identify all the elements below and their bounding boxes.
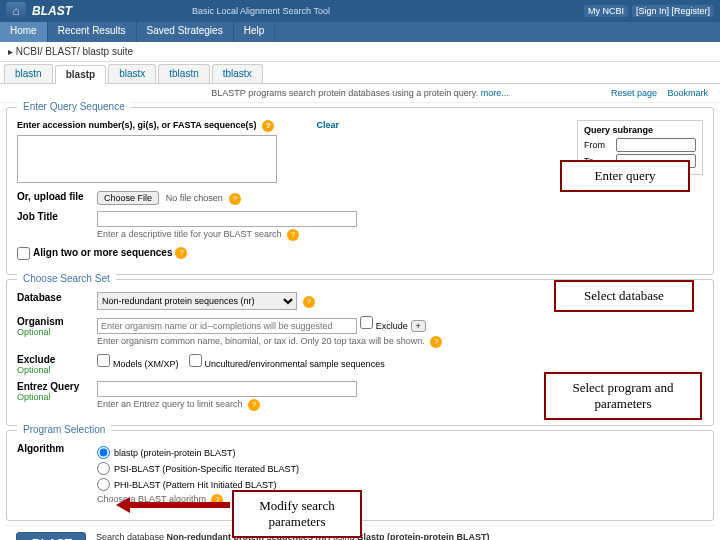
breadcrumb: ▸ NCBI/ BLAST/ blastp suite [0, 42, 720, 62]
database-label: Database [17, 292, 97, 303]
algo-phiblast-label: PHI-BLAST (Pattern Hit Initiated BLAST) [114, 480, 276, 490]
algo-phiblast-radio[interactable] [97, 478, 110, 491]
entrez-query-input[interactable] [97, 381, 357, 397]
tab-tblastn[interactable]: tblastn [158, 64, 209, 83]
from-label: From [584, 140, 616, 150]
subrange-from-input[interactable] [616, 138, 696, 152]
info-more-link[interactable]: more... [481, 88, 509, 98]
algo-psiblast-radio[interactable] [97, 462, 110, 475]
help-icon[interactable]: ? [287, 229, 299, 241]
arrow-icon [130, 502, 230, 508]
help-icon[interactable]: ? [175, 247, 187, 259]
exclude-uncultured-checkbox[interactable] [189, 354, 202, 367]
app-title: BLAST [32, 4, 72, 18]
jobtitle-hint: Enter a descriptive title for your BLAST… [97, 229, 281, 239]
exclude-models-checkbox[interactable] [97, 354, 110, 367]
organism-input[interactable] [97, 318, 357, 334]
algo-blastp-label: blastp (protein-protein BLAST) [114, 448, 236, 458]
help-icon[interactable]: ? [303, 296, 315, 308]
algo-blastp-radio[interactable] [97, 446, 110, 459]
section-title-searchset: Choose Search Set [17, 273, 116, 284]
header-account-links: My NCBI [Sign In] [Register] [584, 5, 714, 17]
help-icon[interactable]: ? [262, 120, 274, 132]
section-title-program: Program Selection [17, 424, 111, 435]
tab-tblastx[interactable]: tblastx [212, 64, 263, 83]
clear-query-link[interactable]: Clear [317, 120, 340, 130]
exclude-uncultured-label: Uncultured/environmental sample sequence… [205, 359, 385, 369]
breadcrumb-text: NCBI/ BLAST/ blastp suite [16, 46, 133, 57]
organism-hint: Enter organism common name, binomial, or… [97, 336, 425, 346]
organism-exclude-checkbox[interactable] [360, 316, 373, 329]
info-text: BLASTP programs search protein databases… [211, 88, 480, 98]
nav-home[interactable]: Home [0, 22, 48, 42]
app-header: ⌂ BLAST Basic Local Alignment Search Too… [0, 0, 720, 22]
align-two-label: Align two or more sequences [33, 247, 172, 258]
exclude-models-label: Models (XM/XP) [113, 359, 179, 369]
help-icon[interactable]: ? [248, 399, 260, 411]
blast-button[interactable]: BLAST [16, 532, 86, 540]
jobtitle-label: Job Title [17, 211, 97, 222]
entrez-query-label: Entrez Query [17, 381, 79, 392]
query-sequence-textarea[interactable] [17, 135, 277, 183]
nav-saved-strategies[interactable]: Saved Strategies [137, 22, 234, 42]
accession-label: Enter accession number(s), gi(s), or FAS… [17, 120, 257, 130]
choose-file-button[interactable]: Choose File [97, 191, 159, 205]
upload-label: Or, upload file [17, 191, 97, 202]
section-title-query: Enter Query Sequence [17, 101, 131, 112]
signin-register-link[interactable]: [Sign In] [Register] [632, 5, 714, 17]
exclude-label-row: Exclude [17, 354, 55, 365]
tab-blastn[interactable]: blastn [4, 64, 53, 83]
exclude-label: Exclude [376, 321, 408, 331]
subrange-title: Query subrange [584, 125, 696, 135]
annotation-select-program: Select program and parameters [544, 372, 702, 420]
algorithm-label: Algorithm [17, 443, 97, 454]
annotation-enter-query: Enter query [560, 160, 690, 192]
ncbi-logo-icon: ⌂ [6, 2, 26, 20]
no-file-text: No file chosen [166, 193, 223, 203]
database-select[interactable]: Non-redundant protein sequences (nr) [97, 292, 297, 310]
reset-page-link[interactable]: Reset page [611, 88, 657, 98]
program-tabs: blastn blastp blastx tblastn tblastx [0, 62, 720, 84]
help-icon[interactable]: ? [229, 193, 241, 205]
align-two-checkbox[interactable] [17, 247, 30, 260]
entrez-hint: Enter an Entrez query to limit search [97, 399, 243, 409]
algo-psiblast-label: PSI-BLAST (Position-Specific Iterated BL… [114, 464, 299, 474]
tab-blastx[interactable]: blastx [108, 64, 156, 83]
help-icon[interactable]: ? [430, 336, 442, 348]
app-subtitle: Basic Local Alignment Search Tool [192, 6, 330, 16]
main-nav: Home Recent Results Saved Strategies Hel… [0, 22, 720, 42]
optional-label: Optional [17, 392, 97, 402]
annotation-select-database: Select database [554, 280, 694, 312]
bookmark-link[interactable]: Bookmark [667, 88, 708, 98]
tab-blastp[interactable]: blastp [55, 65, 106, 84]
nav-help[interactable]: Help [234, 22, 276, 42]
optional-label: Optional [17, 327, 97, 337]
optional-label: Optional [17, 365, 97, 375]
organism-label: Organism [17, 316, 64, 327]
my-ncbi-link[interactable]: My NCBI [584, 5, 628, 17]
annotation-modify-params: Modify search parameters [232, 490, 362, 538]
job-title-input[interactable] [97, 211, 357, 227]
nav-recent-results[interactable]: Recent Results [48, 22, 137, 42]
add-organism-button[interactable]: + [411, 320, 426, 332]
